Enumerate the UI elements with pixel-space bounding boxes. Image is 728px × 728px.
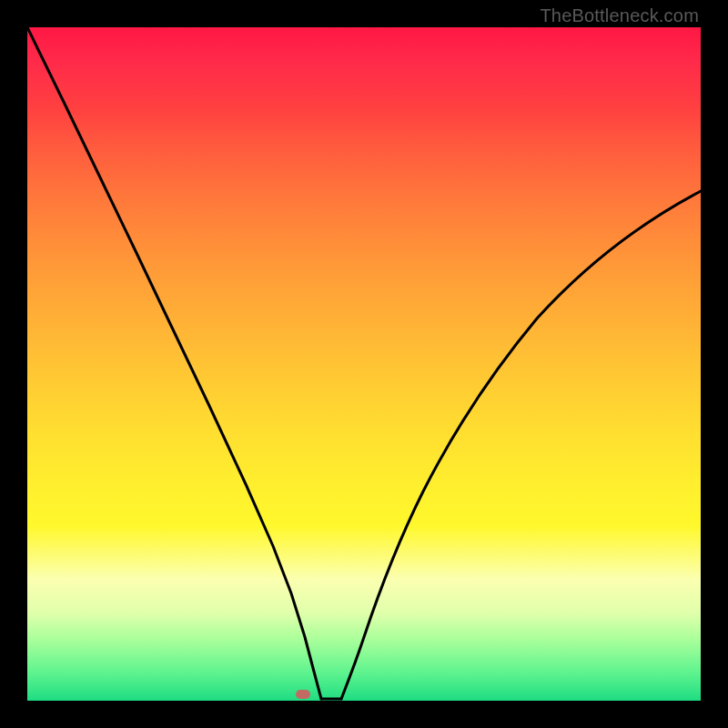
- bottleneck-curve: [27, 27, 701, 701]
- curve-right-branch: [341, 191, 701, 699]
- watermark-text: TheBottleneck.com: [540, 5, 699, 26]
- optimal-point-marker: [296, 690, 310, 699]
- curve-left-branch: [27, 27, 321, 699]
- chart-frame: TheBottleneck.com: [0, 0, 728, 728]
